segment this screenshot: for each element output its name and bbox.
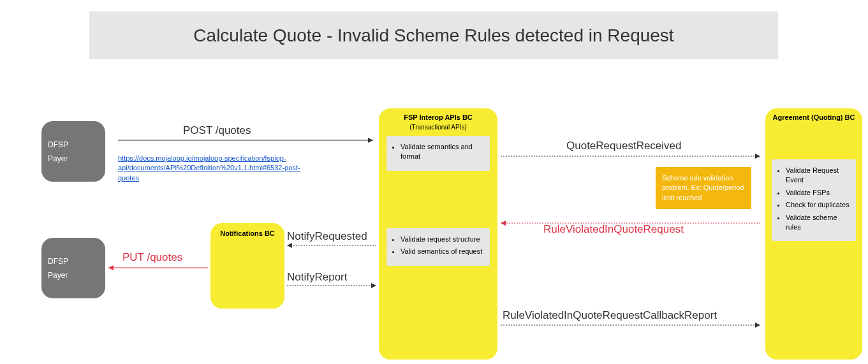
agreement-item1: Validate Request Event xyxy=(786,166,851,186)
quote-request-received-label: QuoteRequestReceived xyxy=(566,140,682,152)
notify-report-label: NotifyReport xyxy=(287,271,347,284)
warning-text: Scheme rule validation problem. Ex: Quot… xyxy=(662,174,744,201)
dfsp-label: DFSP xyxy=(48,140,99,149)
agreement-item2: Validate FSPs xyxy=(786,188,851,198)
dfsp-payer-bottom: DFSP Payer xyxy=(41,238,105,298)
title-bar: Calculate Quote - Invalid Scheme Rules d… xyxy=(89,11,778,59)
svg-marker-13 xyxy=(755,323,760,328)
agreement-bc: Agreement (Quoting) BC Validate Request … xyxy=(765,108,862,360)
notify-requested-label: NotifyRequested xyxy=(287,230,367,243)
payer-label: Payer xyxy=(48,154,99,163)
page-title: Calculate Quote - Invalid Scheme Rules d… xyxy=(193,25,673,46)
notifications-bc: Notifications BC xyxy=(210,223,284,309)
fsp-title: FSP Interop APIs BC xyxy=(386,113,490,121)
agreement-title: Agreement (Quoting) BC xyxy=(772,113,856,121)
svg-marker-11 xyxy=(371,283,376,288)
agreement-box: Validate Request Event Validate FSPs Che… xyxy=(772,159,856,241)
fsp-box-2: Validate request structure Valid semanti… xyxy=(386,228,490,266)
svg-marker-5 xyxy=(501,221,506,226)
payer-label: Payer xyxy=(48,271,99,280)
svg-marker-1 xyxy=(368,138,373,143)
svg-marker-7 xyxy=(287,243,292,248)
fsp-subtitle: (Transactional APIs) xyxy=(386,124,490,131)
warning-box: Scheme rule validation problem. Ex: Quot… xyxy=(656,167,751,209)
fsp-box1-item1: Validate semantics and format xyxy=(401,142,485,162)
dfsp-label: DFSP xyxy=(48,257,99,266)
dfsp-payer-top: DFSP Payer xyxy=(41,121,105,182)
fsp-box2-item1: Validate request structure xyxy=(401,235,485,244)
agreement-item4: Validate scheme rules xyxy=(786,213,851,233)
svg-marker-3 xyxy=(755,154,760,159)
notifications-title: Notifications BC xyxy=(220,229,275,237)
callback-report-label: RuleViolatedInQuoteRequestCallbackReport xyxy=(503,309,717,322)
fsp-box2-item2: Valid semantics of request xyxy=(401,247,485,256)
rule-violated-label: RuleViolatedInQuoteRequest xyxy=(543,223,684,236)
post-quotes-label: POST /quotes xyxy=(183,124,251,137)
put-quotes-label: PUT /quotes xyxy=(122,251,182,264)
agreement-item3: Check for duplicates xyxy=(786,200,851,210)
fsp-box-1: Validate semantics and format xyxy=(386,136,490,171)
spec-link[interactable]: https://docs.mojaloop.io/mojaloop-specif… xyxy=(118,154,303,183)
fsp-interop-bc: FSP Interop APIs BC (Transactional APIs)… xyxy=(379,108,497,360)
svg-marker-9 xyxy=(108,265,114,270)
